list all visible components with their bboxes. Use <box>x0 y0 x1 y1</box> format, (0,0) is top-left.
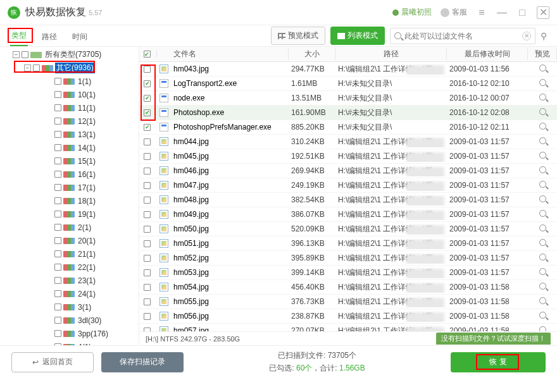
recover-button[interactable]: 恢 复 <box>451 352 546 372</box>
row-checkbox[interactable] <box>144 124 151 131</box>
header-date[interactable]: 最后修改时间 <box>447 49 528 59</box>
file-row[interactable]: hm052.jpg 395.89KB H:\编辑组2\1 工作详情\…\图… 2… <box>139 251 557 266</box>
file-row[interactable]: hm050.jpg 520.09KB H:\编辑组2\1 工作详情\…\图… 2… <box>139 222 557 236</box>
row-checkbox[interactable] <box>144 313 151 320</box>
row-checkbox[interactable] <box>144 284 151 291</box>
row-checkbox[interactable] <box>144 95 151 102</box>
minimize-button[interactable]: — <box>496 7 508 18</box>
file-row[interactable]: hm051.jpg 396.13KB H:\编辑组2\1 工作详情\…\图… 2… <box>139 236 557 251</box>
row-checkbox[interactable] <box>144 153 151 160</box>
header-path[interactable]: 路径 <box>335 49 447 59</box>
row-checkbox[interactable] <box>144 298 151 305</box>
home-button[interactable]: ↩返回首页 <box>11 352 94 372</box>
row-checkbox[interactable] <box>144 226 151 233</box>
tree-item[interactable]: +3(1) <box>0 300 139 314</box>
file-row[interactable]: hm043.jpg 294.77KB H:\编辑组2\1 工作详情\…\图… 2… <box>139 62 557 77</box>
file-row[interactable]: hm056.jpg 238.87KB H:\编辑组2\1 工作详情\…\图… 2… <box>139 309 557 324</box>
preview-button[interactable] <box>528 224 557 233</box>
preview-button[interactable] <box>528 64 557 73</box>
search-box[interactable]: ✕ <box>390 28 535 44</box>
row-checkbox[interactable] <box>144 109 151 116</box>
service-button[interactable]: 客服 <box>441 7 467 18</box>
file-row[interactable]: Photoshop.exe 161.90MB H:\#未知父目录\ 2016-1… <box>139 106 557 120</box>
preview-mode-button[interactable]: 预览模式 <box>271 27 325 45</box>
header-checkbox[interactable] <box>139 51 157 58</box>
clear-search-icon[interactable]: ✕ <box>522 32 531 40</box>
header-size[interactable]: 大小 <box>289 49 335 59</box>
tree-item[interactable]: +13(1) <box>0 128 139 141</box>
header-preview[interactable]: 预览 <box>528 49 557 59</box>
preview-button[interactable] <box>528 94 557 102</box>
preview-button[interactable] <box>528 210 557 219</box>
preview-button[interactable] <box>528 268 557 277</box>
save-scan-button[interactable]: 保存扫描记录 <box>101 352 184 372</box>
tree-item[interactable]: +14(1) <box>0 141 139 154</box>
tree-other[interactable]: −其它(9936) <box>0 61 139 75</box>
row-checkbox[interactable] <box>144 197 151 204</box>
file-row[interactable]: hm057.jpg 270.07KB H:\编辑组2\1 工作详情\…\图… 2… <box>139 324 557 331</box>
filter-icon[interactable]: ⚲ <box>541 31 547 41</box>
account-button[interactable]: 晨曦初照 <box>392 7 432 18</box>
tree-item[interactable]: +3pp(176) <box>0 327 139 340</box>
preview-button[interactable] <box>528 152 557 161</box>
header-name[interactable]: 文件名 <box>171 49 289 59</box>
preview-button[interactable] <box>528 79 557 88</box>
tree-item[interactable]: +21(1) <box>0 247 139 260</box>
preview-button[interactable] <box>528 326 557 331</box>
file-row[interactable]: hm055.jpg 376.73KB H:\编辑组2\1 工作详情\…\图… 2… <box>139 295 557 309</box>
row-checkbox[interactable] <box>144 168 151 175</box>
row-checkbox[interactable] <box>144 211 151 218</box>
preview-button[interactable] <box>528 108 557 117</box>
tree-item[interactable]: +4(1) <box>0 340 139 345</box>
tree-item[interactable]: +15(1) <box>0 154 139 168</box>
tree-item[interactable]: +20(1) <box>0 234 139 247</box>
tree-item[interactable]: +16(1) <box>0 168 139 181</box>
preview-button[interactable] <box>528 312 557 321</box>
menu-button[interactable]: ≡ <box>476 7 487 18</box>
maximize-button[interactable]: □ <box>516 7 528 18</box>
file-row[interactable]: hm045.jpg 192.51KB H:\编辑组2\1 工作详情\…\图… 2… <box>139 149 557 164</box>
tree-item[interactable]: +11(1) <box>0 101 139 114</box>
list-mode-button[interactable]: 列表模式 <box>330 27 385 45</box>
file-row[interactable]: PhotoshopPrefsManager.exe 885.20KB H:\#未… <box>139 120 557 135</box>
tree-item[interactable]: +2(1) <box>0 221 139 234</box>
search-input[interactable] <box>404 32 519 40</box>
file-row[interactable]: hm047.jpg 249.19KB H:\编辑组2\1 工作详情\…\图… 2… <box>139 178 557 193</box>
tree-item[interactable]: +24(1) <box>0 287 139 300</box>
preview-button[interactable] <box>528 254 557 262</box>
file-row[interactable]: hm049.jpg 386.07KB H:\编辑组2\1 工作详情\…\图… 2… <box>139 207 557 222</box>
file-row[interactable]: LogTransport2.exe 1.61MB H:\#未知父目录\ 2016… <box>139 77 557 91</box>
tree-item[interactable]: +23(1) <box>0 274 139 287</box>
preview-button[interactable] <box>528 239 557 248</box>
tree-item[interactable]: +19(1) <box>0 207 139 221</box>
tree-item[interactable]: +17(1) <box>0 181 139 194</box>
row-checkbox[interactable] <box>144 80 151 87</box>
tree-item[interactable]: +1(1) <box>0 75 139 88</box>
tree-item[interactable]: +10(1) <box>0 88 139 101</box>
preview-button[interactable] <box>528 181 557 190</box>
tree-item[interactable]: +3dl(30) <box>0 314 139 327</box>
file-row[interactable]: hm048.jpg 382.54KB H:\编辑组2\1 工作详情\…\图… 2… <box>139 193 557 207</box>
preview-button[interactable] <box>528 166 557 175</box>
tab-path[interactable]: 路径 <box>41 28 58 46</box>
file-row[interactable]: hm054.jpg 456.40KB H:\编辑组2\1 工作详情\…\图… 2… <box>139 280 557 295</box>
preview-button[interactable] <box>528 195 557 204</box>
tab-time[interactable]: 时间 <box>71 28 89 46</box>
close-button[interactable]: ✕ <box>537 6 549 19</box>
file-row[interactable]: hm044.jpg 310.24KB H:\编辑组2\1 工作详情\…\图… 2… <box>139 135 557 149</box>
deep-scan-link[interactable]: 没有扫描到文件？试试深度扫描！ <box>436 333 551 345</box>
row-checkbox[interactable] <box>144 182 151 189</box>
row-checkbox[interactable] <box>144 66 151 73</box>
row-checkbox[interactable] <box>144 240 151 247</box>
preview-button[interactable] <box>528 123 557 132</box>
row-checkbox[interactable] <box>144 138 151 145</box>
file-row[interactable]: node.exe 13.51MB H:\#未知父目录\ 2016-10-12 0… <box>139 91 557 106</box>
tree-item[interactable]: +22(1) <box>0 260 139 274</box>
file-row[interactable]: hm046.jpg 269.94KB H:\编辑组2\1 工作详情\…\图… 2… <box>139 164 557 178</box>
preview-button[interactable] <box>528 283 557 291</box>
row-checkbox[interactable] <box>144 255 151 262</box>
tree-item[interactable]: +12(1) <box>0 114 139 128</box>
tree-root[interactable]: −所有类型(73705) <box>0 48 139 61</box>
tab-type[interactable]: 类型 <box>10 27 28 46</box>
file-row[interactable]: hm053.jpg 399.14KB H:\编辑组2\1 工作详情\…\图… 2… <box>139 266 557 280</box>
